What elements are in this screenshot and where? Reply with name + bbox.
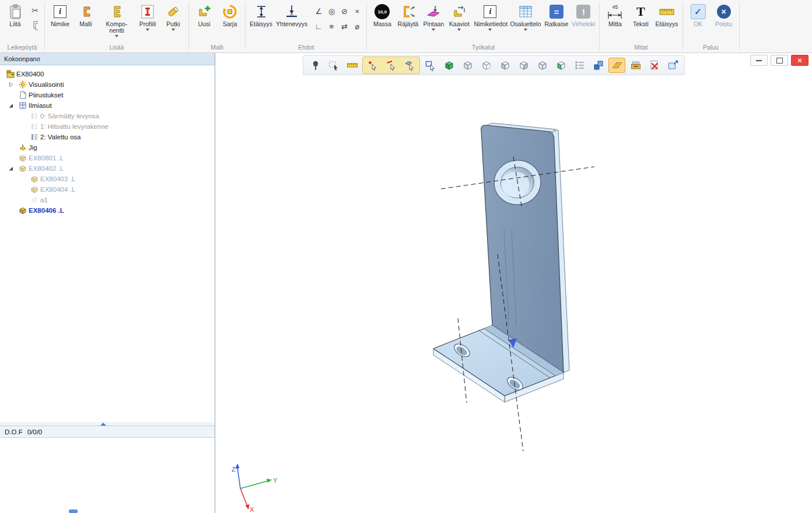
cube-left-face-icon[interactable]	[496, 58, 513, 73]
separator	[739, 2, 740, 50]
snap-point-icon[interactable]	[364, 58, 381, 73]
tree-item-sarmatty-levyosa[interactable]: 0: Särmätty levyosa	[0, 111, 215, 121]
appearance-item-icon	[30, 133, 38, 142]
exit-button[interactable]: × Poistu	[712, 1, 736, 27]
collapse-arrow-icon[interactable]	[6, 102, 16, 109]
restore-button[interactable]	[771, 55, 788, 66]
table-icon	[517, 2, 534, 21]
box-select-icon[interactable]	[325, 58, 342, 73]
tree-item-piirustukset[interactable]: Piirustukset	[0, 90, 215, 100]
select-body-icon[interactable]	[440, 58, 457, 73]
text-icon: T	[636, 2, 645, 21]
solve-button[interactable]: = Ratkaise	[544, 1, 570, 27]
new-button[interactable]: Uusi	[192, 1, 216, 27]
delete-icon[interactable]	[646, 58, 663, 73]
tree-item-valettu-osa[interactable]: 2: Valettu osa	[0, 132, 215, 142]
snap-face-icon[interactable]	[401, 58, 418, 73]
tree-item-ex80400[interactable]: EX80400	[0, 69, 215, 79]
item-data-button[interactable]: i Nimiketiedot	[473, 1, 508, 31]
snap-edge-icon[interactable]	[383, 58, 400, 73]
panel-lower-area	[0, 438, 215, 510]
copy-button[interactable]	[29, 19, 41, 32]
drawer-icon[interactable]	[627, 58, 644, 73]
distance-measure-button[interactable]: Etäisyys	[654, 1, 679, 27]
model-button[interactable]: Malli	[74, 1, 98, 27]
tree-item-ex80404[interactable]: EX80404 .L	[0, 184, 215, 195]
drawings-icon	[18, 91, 27, 100]
measure-icon[interactable]	[344, 58, 360, 73]
coincidence-icon	[283, 2, 300, 21]
angle-constraint-icon[interactable]: ∠	[312, 3, 325, 19]
workplane-icon[interactable]	[608, 58, 625, 73]
distance-condition-button[interactable]: Etäisyys	[249, 1, 274, 27]
axis-z-label: Z	[232, 466, 236, 473]
explode-button[interactable]: Räjäytä	[396, 1, 420, 27]
tangent-constraint-icon[interactable]: ⊘	[338, 3, 351, 19]
model-viewport[interactable]: Z Y X	[215, 53, 812, 513]
coincidence-button[interactable]: Yhtenevyys	[275, 1, 309, 27]
cube-green-face-icon[interactable]	[552, 58, 569, 73]
panel-splitter[interactable]	[0, 422, 215, 426]
tree-item-ex80406[interactable]: EX80406 .L	[0, 205, 215, 216]
error-log-button[interactable]: ! Virheloki	[570, 1, 596, 27]
cube-shaded-icon[interactable]	[459, 58, 476, 73]
cube-light-icon[interactable]	[534, 58, 551, 73]
diagrams-icon	[450, 2, 468, 21]
ribbon-group-conditions: Etäisyys Yhtenevyys ∠ ◎ ⊘ × ∟ ≡ ⇄ ⌀	[246, 0, 366, 52]
tree-item-ilmiasut[interactable]: Ilmiasut	[0, 100, 215, 111]
mass-button[interactable]: 10,0 Massa	[370, 1, 394, 27]
cross-constraint-icon[interactable]: ×	[351, 3, 363, 19]
tree-item-a1[interactable]: a1	[0, 195, 215, 205]
diagrams-button[interactable]: Kaaviot	[447, 1, 471, 31]
ribbon-group-insert: i Nimike Malli Kompo-nentti	[45, 0, 188, 52]
tree-item-hitsattu-levyrakenne[interactable]: 1: Hitsattu levyrakenne	[0, 121, 215, 132]
i-beam-icon	[139, 2, 156, 21]
scissors-icon: ✂	[32, 6, 38, 15]
model-3d-bracket[interactable]: Z Y X	[215, 53, 812, 513]
hatch-icon	[30, 196, 38, 205]
popout-window-icon[interactable]	[664, 58, 681, 73]
exit-icon: ×	[717, 2, 731, 21]
profile-button[interactable]: Profiili	[135, 1, 160, 31]
item-button[interactable]: i Nimike	[48, 1, 72, 27]
assembly-blocks-icon[interactable]	[590, 58, 607, 73]
collapse-arrow-icon[interactable]	[6, 165, 16, 172]
diameter-constraint-icon[interactable]: ⌀	[351, 19, 363, 34]
concentric-constraint-icon[interactable]: ◎	[325, 3, 338, 19]
tree-item-visualisointi[interactable]: Visualisointi	[0, 79, 215, 90]
pipe-icon	[164, 2, 182, 21]
expand-arrow-icon[interactable]	[6, 81, 16, 88]
pin-icon[interactable]	[306, 58, 323, 73]
minimize-button[interactable]	[750, 55, 768, 66]
perpendicular-constraint-icon[interactable]: ∟	[312, 19, 325, 34]
part-list-button[interactable]: Osaluettelo	[509, 1, 542, 31]
tree-item-ex80801[interactable]: EX80801 .L	[0, 153, 215, 163]
cube-right-face-icon[interactable]	[515, 58, 532, 73]
part-icon	[30, 185, 38, 194]
paste-button[interactable]: Liitä	[3, 1, 27, 27]
scrollbar-thumb[interactable]	[69, 510, 78, 513]
series-button[interactable]: Sarja	[218, 1, 242, 27]
text-button[interactable]: T Teksti	[628, 1, 653, 27]
close-icon: ×	[797, 56, 802, 65]
dof-value: 0/0/0	[27, 428, 43, 435]
ok-button[interactable]: ✓ OK	[686, 1, 710, 27]
group-label-conditions: Ehdot	[249, 43, 363, 52]
opposite-constraint-icon[interactable]: ⇄	[338, 19, 351, 34]
dimension-button[interactable]: 45 Mitta	[603, 1, 627, 27]
series-icon	[221, 2, 239, 21]
component-button[interactable]: Kompo-nentti	[99, 1, 134, 37]
cube-white-icon[interactable]	[478, 58, 495, 73]
close-button[interactable]: ×	[791, 55, 808, 66]
tree-item-jig[interactable]: Jig	[0, 142, 215, 153]
ribbon-group-model: Uusi Sarja Malli	[189, 0, 245, 52]
tree-item-ex80403[interactable]: EX80403 .L	[0, 174, 215, 184]
tree-list-icon[interactable]	[571, 58, 588, 73]
to-surface-button[interactable]: Pintaan	[421, 1, 446, 31]
select-part-icon[interactable]	[422, 58, 439, 73]
cut-button[interactable]: ✂	[29, 4, 41, 17]
parallel-constraint-icon[interactable]: ≡	[325, 19, 338, 34]
tree-item-ex80402[interactable]: EX80402 .L	[0, 163, 215, 174]
assembly-panel: Kokoonpano EX80400 Visualisointi	[0, 53, 215, 513]
pipe-button[interactable]: Putki	[161, 1, 186, 31]
